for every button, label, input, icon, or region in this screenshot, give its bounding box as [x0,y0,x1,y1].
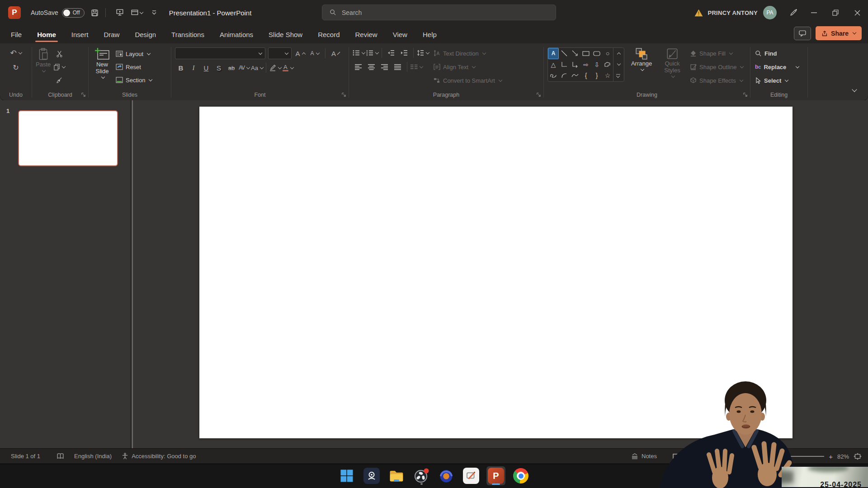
numbering-button[interactable] [366,47,378,58]
paste-button[interactable]: Paste [36,47,51,85]
highlight-button[interactable] [269,62,281,73]
tab-transitions[interactable]: Transitions [170,29,205,40]
shape-textbox[interactable]: A [548,48,559,59]
accessibility-button[interactable]: Accessibility: Good to go [122,453,196,460]
shape-arc[interactable] [559,70,570,81]
shape-curve[interactable] [570,70,580,81]
minimize-button[interactable] [803,0,825,25]
start-slideshow-button[interactable] [113,6,127,19]
share-button[interactable]: Share [816,26,862,40]
taskbar-camera-app[interactable] [362,466,381,485]
shape-elbow-arrow-connector[interactable] [570,59,580,70]
powerpoint-logo[interactable]: P [8,6,21,19]
taskbar-obs[interactable] [412,466,431,485]
shape-left-brace[interactable]: { [580,70,591,81]
save-button[interactable] [88,6,102,19]
clipboard-dialog-launcher[interactable] [81,92,86,97]
taskbar-powerpoint[interactable]: P [486,466,505,485]
drawing-dialog-launcher[interactable] [743,92,748,97]
slide-canvas[interactable] [199,107,793,438]
restore-button[interactable] [825,0,846,25]
spellcheck-button[interactable] [57,453,64,460]
tab-insert[interactable]: Insert [71,29,90,40]
font-size-combo[interactable] [268,47,292,59]
bullets-button[interactable] [353,47,365,58]
decrease-indent-button[interactable] [385,47,397,58]
panel-splitter[interactable] [132,100,133,448]
section-button[interactable]: Section [116,74,152,86]
shape-line[interactable] [559,48,570,59]
user-name[interactable]: PRINCY ANTONY [708,9,758,16]
fit-slide-icon[interactable] [854,453,862,460]
clear-formatting-button[interactable]: A [330,48,342,59]
taskbar-chrome[interactable] [511,466,530,485]
replace-button[interactable]: bc Replace [755,61,807,73]
editing-mode-button[interactable] [783,0,803,25]
window-switch-button[interactable] [130,6,144,19]
font-color-button[interactable]: A [282,62,294,73]
view-normal-button[interactable] [673,454,679,459]
gallery-more-button[interactable] [613,70,623,81]
shape-outline-button[interactable]: Shape Outline [690,61,743,73]
cut-button[interactable] [53,48,65,59]
tab-help[interactable]: Help [422,29,438,40]
tab-review[interactable]: Review [354,29,378,40]
start-button[interactable] [337,466,356,485]
tab-record[interactable]: Record [317,29,340,40]
autosave-control[interactable]: AutoSave Off [31,8,85,18]
grow-font-button[interactable]: A [294,48,306,59]
find-button[interactable]: Find [755,47,807,59]
underline-button[interactable]: U [200,62,212,73]
redo-button[interactable]: ↻ [10,62,22,73]
close-button[interactable] [846,0,868,25]
autosave-toggle[interactable]: Off [62,8,85,18]
tab-home[interactable]: Home [36,29,57,40]
gallery-scroll-down[interactable] [613,59,623,70]
zoom-percent[interactable]: 82% [837,453,849,460]
font-dialog-launcher[interactable] [341,92,346,97]
zoom-slider-thumb[interactable] [784,453,787,459]
shape-rectangle[interactable] [580,48,591,59]
zoom-in-button[interactable]: + [829,453,833,460]
qat-customize-button[interactable] [147,6,161,19]
warning-icon[interactable] [694,9,703,17]
text-shadow-button[interactable]: S [213,62,225,73]
slide-indicator[interactable]: Slide 1 of 1 [11,453,40,460]
shape-star[interactable]: ☆ [602,70,613,81]
text-direction-button[interactable]: A Text Direction [434,47,502,59]
gallery-scroll-up[interactable] [613,48,623,59]
taskbar-whiteboard-app[interactable] [462,466,481,485]
slide-thumbnail[interactable] [18,110,118,166]
new-slide-button[interactable]: New Slide [93,47,111,86]
copy-button[interactable] [53,61,65,72]
comments-button[interactable] [794,27,811,40]
convert-to-smartart-button[interactable]: Convert to SmartArt [434,75,502,86]
shape-oval[interactable]: ○ [602,48,613,59]
select-button[interactable]: Select [755,75,807,86]
taskbar-audio-app[interactable] [437,466,456,485]
reset-button[interactable]: Reset [116,61,152,73]
line-spacing-button[interactable] [417,47,429,58]
shape-arrow-down[interactable]: ⇩ [591,59,602,70]
language-button[interactable]: English (India) [74,453,112,460]
bold-button[interactable]: B [175,62,187,73]
align-right-button[interactable] [379,61,391,72]
collapse-ribbon-button[interactable] [851,85,856,93]
justify-button[interactable] [392,61,404,72]
quick-styles-button[interactable]: Quick Styles [659,47,686,86]
arrange-button[interactable]: Arrange [628,47,655,86]
columns-button[interactable] [410,61,423,72]
align-left-button[interactable] [353,61,364,72]
increase-indent-button[interactable] [398,47,410,58]
shape-freeform[interactable] [602,59,613,70]
tab-animations[interactable]: Animations [219,29,254,40]
shrink-font-button[interactable]: A [309,48,321,59]
tab-design[interactable]: Design [134,29,157,40]
tab-draw[interactable]: Draw [103,29,120,40]
shape-arrow[interactable] [570,48,580,59]
zoom-slider[interactable] [746,456,824,457]
undo-button[interactable]: ↶ [10,47,22,58]
tab-view[interactable]: View [392,29,408,40]
shape-right-brace[interactable]: } [591,70,602,81]
italic-button[interactable]: I [188,62,199,73]
